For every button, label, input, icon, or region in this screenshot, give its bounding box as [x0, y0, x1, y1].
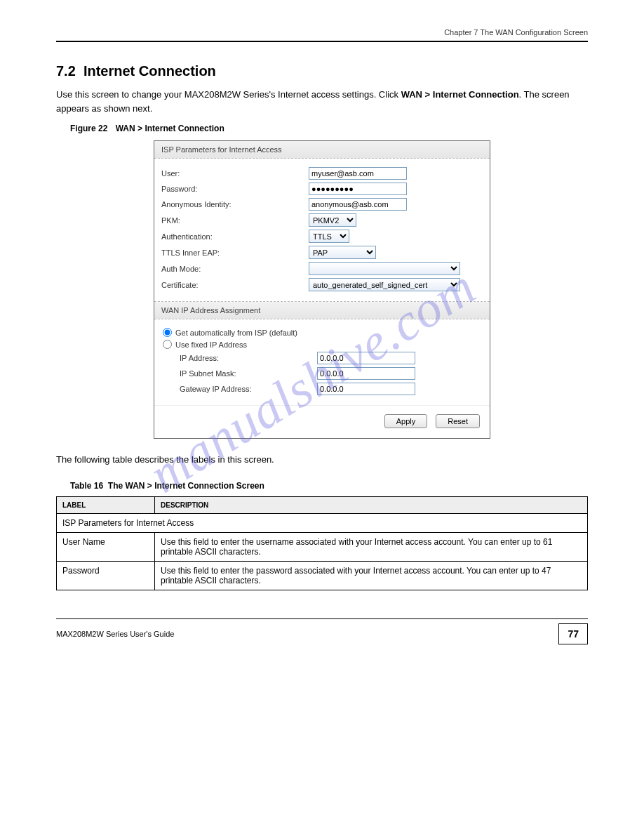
table-caption: Table 16 The WAN > Internet Connection S…: [70, 481, 588, 491]
password-input[interactable]: [309, 183, 407, 195]
ip-label: IP Address:: [180, 354, 317, 362]
col-description: DESCRIPTION: [155, 496, 588, 513]
row-anon: Anonymous Identity:: [161, 198, 483, 211]
cell-label: Password: [57, 561, 155, 590]
gw-label: Gateway IP Address:: [180, 385, 317, 393]
pkm-select[interactable]: PKMV2: [309, 213, 356, 227]
section-title: 7.2 Internet Connection: [56, 63, 588, 79]
page-footer: MAX208M2W Series User's Guide 77: [56, 618, 588, 644]
table-row: Password Use this field to enter the pas…: [57, 561, 588, 590]
figure-caption: Figure 22 WAN > Internet Connection: [70, 124, 588, 133]
section-name: Internet Connection: [83, 63, 216, 79]
mask-input[interactable]: [317, 367, 415, 380]
cell-desc: Use this field to enter the password ass…: [155, 561, 588, 590]
wan-section-body: Get automatically from ISP (default) Use…: [154, 319, 490, 405]
row-mask: IP Subnet Mask:: [180, 367, 483, 380]
row-password: Password:: [161, 183, 483, 195]
header-rule: [56, 41, 588, 42]
reset-button[interactable]: Reset: [436, 414, 480, 428]
row-authmode: Auth Mode:: [161, 262, 483, 275]
radio-auto-label: Get automatically from ISP (default): [175, 329, 297, 337]
anon-input[interactable]: [309, 198, 407, 211]
authmode-label: Auth Mode:: [161, 265, 309, 273]
auth-label: Authentication:: [161, 232, 309, 241]
user-label: User:: [161, 169, 309, 178]
intro-paragraph: Use this screen to change your MAX208M2W…: [56, 88, 588, 115]
password-label: Password:: [161, 185, 309, 193]
radio-auto[interactable]: [163, 328, 172, 337]
isp-section-header: ISP Parameters for Internet Access: [154, 141, 490, 159]
table-intro: The following table describes the labels…: [56, 453, 588, 467]
row-ip: IP Address:: [180, 352, 483, 364]
footer-guide-name: MAX208M2W Series User's Guide: [56, 630, 174, 638]
figure-title: WAN > Internet Connection: [116, 124, 224, 133]
config-screenshot: ISP Parameters for Internet Access User:…: [154, 140, 490, 439]
row-pkm: PKM: PKMV2: [161, 213, 483, 227]
radio-fixed-row: Use fixed IP Address: [161, 340, 483, 349]
gw-input[interactable]: [317, 383, 415, 395]
anon-label: Anonymous Identity:: [161, 200, 309, 208]
table-section-cell: ISP Parameters for Internet Access: [57, 513, 588, 532]
radio-fixed-label: Use fixed IP Address: [175, 340, 247, 349]
radio-auto-row: Get automatically from ISP (default): [161, 328, 483, 337]
table-number: Table 16: [70, 481, 103, 491]
radio-fixed[interactable]: [163, 340, 172, 349]
intro-strong-prefix: WAN >: [401, 89, 433, 100]
inner-select[interactable]: PAP: [309, 246, 376, 259]
wan-section-header: WAN IP Address Assignment: [154, 302, 490, 319]
table-header-row: LABEL DESCRIPTION: [57, 496, 588, 513]
authmode-select[interactable]: [309, 262, 460, 275]
table-row: User Name Use this field to enter the us…: [57, 532, 588, 561]
table-title: The WAN > Internet Connection Screen: [108, 481, 264, 491]
row-user: User:: [161, 167, 483, 180]
page-number: 77: [558, 623, 588, 644]
row-auth: Authentication: TTLS: [161, 230, 483, 243]
row-cert: Certificate: auto_generated_self_signed_…: [161, 278, 483, 291]
intro-strong: Internet Connection: [433, 89, 519, 100]
inner-label: TTLS Inner EAP:: [161, 249, 309, 257]
figure-number: Figure 22: [70, 124, 107, 133]
footer-rule: [56, 618, 588, 619]
auth-select[interactable]: TTLS: [309, 230, 349, 243]
row-inner: TTLS Inner EAP: PAP: [161, 246, 483, 259]
apply-button[interactable]: Apply: [384, 414, 428, 428]
panel-footer: Apply Reset: [154, 405, 490, 438]
row-gw: Gateway IP Address:: [180, 383, 483, 395]
cert-select[interactable]: auto_generated_self_signed_cert: [309, 278, 460, 291]
pkm-label: PKM:: [161, 216, 309, 225]
cert-label: Certificate:: [161, 281, 309, 289]
cell-label: User Name: [57, 532, 155, 561]
section-number: 7.2: [56, 63, 76, 79]
cell-desc: Use this field to enter the username ass…: [155, 532, 588, 561]
ip-input[interactable]: [317, 352, 415, 364]
user-input[interactable]: [309, 167, 407, 180]
chapter-header: Chapter 7 The WAN Configuration Screen: [56, 28, 588, 37]
isp-section-body: User: Password: Anonymous Identity: PKM:…: [154, 159, 490, 302]
description-table: LABEL DESCRIPTION ISP Parameters for Int…: [56, 496, 588, 590]
mask-label: IP Subnet Mask:: [180, 369, 317, 378]
col-label: LABEL: [57, 496, 155, 513]
table-section-row: ISP Parameters for Internet Access: [57, 513, 588, 532]
